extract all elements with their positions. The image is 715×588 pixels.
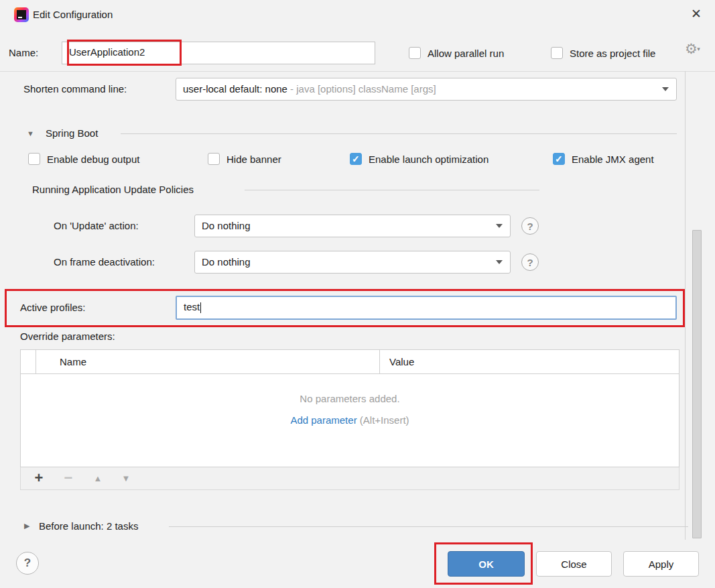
on-frame-deactivation-value: Do nothing	[202, 251, 251, 273]
spring-boot-separator	[121, 133, 677, 134]
close-button[interactable]: Close	[536, 551, 612, 577]
on-update-action-label: On 'Update' action:	[54, 220, 139, 232]
enable-launch-optimization-label: Enable launch optimization	[369, 154, 489, 166]
add-parameter-shortcut: (Alt+Insert)	[357, 414, 409, 426]
add-icon[interactable]: +	[29, 467, 49, 489]
column-header-name: Name	[60, 356, 86, 368]
chevron-down-icon	[662, 87, 669, 91]
spring-boot-collapse-icon[interactable]: ▼	[27, 130, 34, 137]
name-input[interactable]: UserApplication2	[62, 42, 375, 64]
on-update-action-dropdown[interactable]: Do nothing	[194, 215, 511, 237]
allow-parallel-run-checkbox[interactable]	[409, 47, 421, 59]
intellij-logo-icon	[14, 7, 29, 22]
update-policies-section-title: Running Application Update Policies	[32, 184, 194, 196]
enable-debug-output-checkbox[interactable]	[28, 153, 40, 165]
shorten-selected-value: user-local default: none	[183, 83, 287, 95]
before-launch-separator	[169, 526, 688, 527]
column-header-value: Value	[389, 356, 414, 368]
remove-icon[interactable]: −	[58, 467, 78, 489]
enable-debug-output-label: Enable debug output	[47, 154, 139, 166]
chevron-down-icon	[496, 224, 503, 228]
shorten-command-line-label: Shorten command line:	[23, 83, 127, 95]
on-frame-deactivation-label: On frame deactivation:	[54, 256, 155, 268]
dialog-help-button[interactable]: ?	[16, 552, 39, 575]
override-parameters-table: Name Value No parameters added. Add para…	[20, 349, 679, 467]
override-parameters-label: Override parameters:	[20, 331, 115, 343]
store-as-project-file-label: Store as project file	[570, 48, 655, 60]
table-toolbar: + − ▲ ▼	[20, 467, 679, 490]
column-divider	[36, 350, 36, 374]
chevron-down-icon	[496, 260, 503, 264]
shorten-command-line-dropdown[interactable]: user-local default: none - java [options…	[176, 78, 677, 101]
hide-banner-label: Hide banner	[226, 154, 281, 166]
help-icon[interactable]: ?	[521, 253, 539, 271]
move-down-icon[interactable]: ▼	[116, 467, 136, 489]
on-update-action-value: Do nothing	[202, 215, 251, 237]
shorten-selected-hint: - java [options] className [args]	[287, 83, 436, 95]
name-input-value: UserApplication2	[69, 42, 145, 62]
update-policies-separator	[245, 190, 539, 190]
active-profiles-value: test	[184, 301, 200, 312]
before-launch-expand-icon[interactable]: ▶	[24, 522, 29, 530]
hide-banner-checkbox[interactable]	[208, 153, 220, 165]
close-icon[interactable]: ✕	[688, 5, 704, 21]
ok-button[interactable]: OK	[448, 551, 525, 577]
enable-launch-optimization-checkbox[interactable]	[350, 153, 362, 165]
panel-top-border	[0, 71, 715, 72]
help-icon[interactable]: ?	[521, 217, 539, 235]
scrollbar-thumb[interactable]	[692, 230, 702, 538]
dialog-title: Edit Configuration	[33, 9, 113, 21]
before-launch-label: Before launch: 2 tasks	[39, 520, 138, 532]
on-frame-deactivation-dropdown[interactable]: Do nothing	[194, 251, 511, 274]
enable-jmx-agent-label: Enable JMX agent	[572, 154, 654, 166]
move-up-icon[interactable]: ▲	[88, 467, 108, 489]
enable-jmx-agent-checkbox[interactable]	[553, 153, 565, 165]
apply-button[interactable]: Apply	[623, 551, 699, 577]
store-as-project-file-checkbox[interactable]	[551, 47, 563, 59]
active-profiles-input[interactable]: test	[176, 296, 677, 320]
column-divider	[379, 350, 380, 374]
empty-state-text: No parameters added.	[21, 393, 679, 404]
edit-configuration-dialog: Edit Configuration ✕ Name: UserApplicati…	[0, 0, 715, 588]
add-parameter-link[interactable]: Add parameter	[290, 414, 356, 426]
allow-parallel-run-label: Allow parallel run	[428, 48, 504, 60]
gear-icon[interactable]: ⚙	[685, 43, 698, 55]
spring-boot-section-title: Spring Boot	[46, 127, 98, 139]
active-profiles-label: Active profiles:	[20, 302, 86, 314]
name-label: Name:	[9, 47, 38, 59]
table-header-row: Name Value	[21, 350, 679, 374]
panel-right-border	[685, 71, 686, 540]
add-parameter-line: Add parameter (Alt+Insert)	[21, 414, 679, 426]
text-caret	[200, 302, 201, 313]
